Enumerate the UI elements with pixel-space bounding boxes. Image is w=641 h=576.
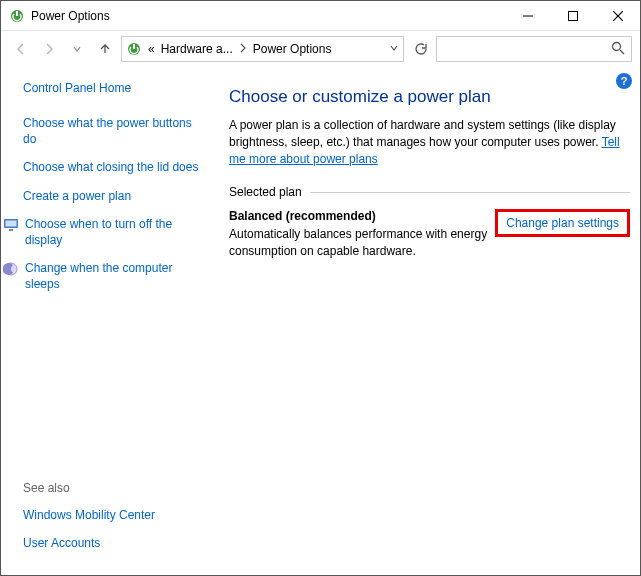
breadcrumb-power-options[interactable]: Power Options — [253, 42, 332, 56]
sidebar-link-create-plan[interactable]: Create a power plan — [23, 188, 207, 204]
search-icon — [611, 41, 625, 58]
plan-name: Balanced (recommended) — [229, 209, 487, 223]
chevron-right-icon[interactable] — [239, 43, 247, 55]
window: Power Options — [0, 0, 641, 576]
sidebar-item-turn-off-display: Choose when to turn off the display — [3, 216, 207, 248]
search-input[interactable] — [436, 36, 632, 62]
sidebar: Control Panel Home Choose what the power… — [1, 67, 219, 575]
see-also-section: See also Windows Mobility Center User Ac… — [23, 461, 207, 563]
svg-line-9 — [620, 50, 624, 54]
recent-locations-button[interactable] — [65, 37, 89, 61]
address-bar[interactable]: « Hardware a... Power Options — [121, 36, 404, 62]
divider — [310, 192, 630, 193]
plan-info: Balanced (recommended) Automatically bal… — [229, 209, 487, 260]
control-panel-home-link[interactable]: Control Panel Home — [23, 81, 207, 95]
up-button[interactable] — [93, 37, 117, 61]
help-icon[interactable]: ? — [616, 73, 632, 89]
page-heading: Choose or customize a power plan — [229, 87, 630, 107]
sidebar-link-power-buttons[interactable]: Choose what the power buttons do — [23, 115, 207, 147]
description-text: A power plan is a collection of hardware… — [229, 118, 616, 149]
svg-rect-7 — [133, 44, 135, 49]
back-button[interactable] — [9, 37, 33, 61]
window-title: Power Options — [31, 9, 505, 23]
selected-plan-group: Selected plan — [229, 185, 630, 199]
forward-button[interactable] — [37, 37, 61, 61]
see-also-user-accounts[interactable]: User Accounts — [23, 535, 207, 551]
svg-point-8 — [613, 42, 621, 50]
group-label-text: Selected plan — [229, 185, 310, 199]
power-options-icon — [9, 8, 25, 24]
sidebar-link-closing-lid[interactable]: Choose what closing the lid does — [23, 159, 207, 175]
sidebar-link-turn-off-display[interactable]: Choose when to turn off the display — [25, 216, 207, 248]
svg-rect-11 — [6, 220, 17, 226]
close-button[interactable] — [595, 1, 640, 30]
svg-rect-3 — [568, 11, 577, 20]
page-description: A power plan is a collection of hardware… — [229, 117, 630, 167]
see-also-mobility-center[interactable]: Windows Mobility Center — [23, 507, 207, 523]
main-content: ? Choose or customize a power plan A pow… — [219, 67, 640, 575]
moon-icon — [3, 261, 19, 277]
chevron-down-icon[interactable] — [389, 42, 399, 56]
power-options-icon — [126, 41, 142, 57]
minimize-button[interactable] — [505, 1, 550, 30]
window-controls — [505, 1, 640, 30]
svg-rect-12 — [9, 229, 13, 231]
titlebar: Power Options — [1, 1, 640, 31]
refresh-button[interactable] — [408, 37, 432, 61]
navbar: « Hardware a... Power Options — [1, 31, 640, 67]
change-plan-settings-link[interactable]: Change plan settings — [495, 209, 630, 237]
maximize-button[interactable] — [550, 1, 595, 30]
monitor-icon — [3, 217, 19, 233]
plan-row: Balanced (recommended) Automatically bal… — [229, 209, 630, 260]
breadcrumb-prefix: « — [148, 42, 155, 56]
see-also-header: See also — [23, 481, 207, 495]
sidebar-item-computer-sleeps: Change when the computer sleeps — [3, 260, 207, 292]
breadcrumb-hardware[interactable]: Hardware a... — [161, 42, 233, 56]
svg-rect-1 — [16, 11, 18, 16]
sidebar-link-computer-sleeps[interactable]: Change when the computer sleeps — [25, 260, 207, 292]
plan-description: Automatically balances performance with … — [229, 226, 487, 260]
body: Control Panel Home Choose what the power… — [1, 67, 640, 575]
